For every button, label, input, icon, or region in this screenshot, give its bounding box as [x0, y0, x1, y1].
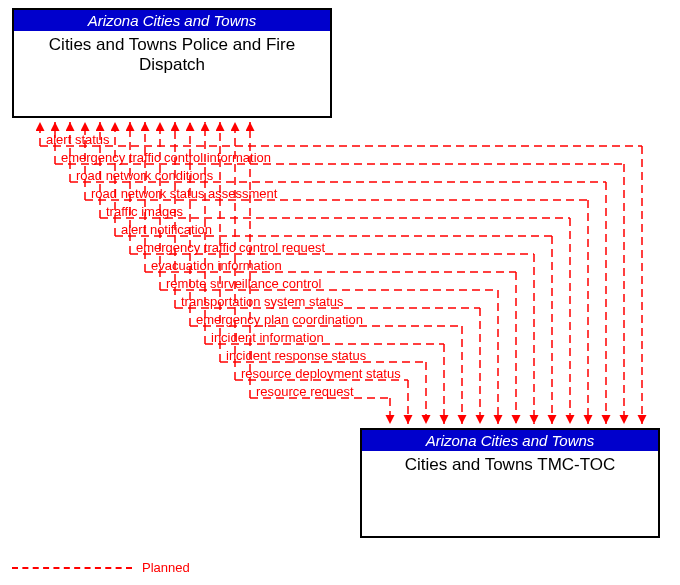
flow-label: resource request: [256, 384, 354, 399]
flow-label: road network conditions: [76, 168, 213, 183]
entity-bottom-header: Arizona Cities and Towns: [362, 430, 658, 451]
flow-label: incident response status: [226, 348, 366, 363]
flow-label: alert notification: [121, 222, 212, 237]
entity-top-header: Arizona Cities and Towns: [14, 10, 330, 31]
flow-label: traffic images: [106, 204, 183, 219]
flow-label: resource deployment status: [241, 366, 401, 381]
flow-label: emergency traffic control request: [136, 240, 325, 255]
legend-line-planned: [12, 567, 132, 569]
flow-label: emergency plan coordination: [196, 312, 363, 327]
flow-label: incident information: [211, 330, 324, 345]
entity-top[interactable]: Arizona Cities and Towns Cities and Town…: [12, 8, 332, 118]
flow-label: remote surveillance control: [166, 276, 321, 291]
flow-label: transportation system status: [181, 294, 344, 309]
entity-top-body: Cities and Towns Police and Fire Dispatc…: [14, 31, 330, 80]
legend: Planned: [12, 560, 190, 575]
entity-bottom-body: Cities and Towns TMC-TOC: [362, 451, 658, 479]
flow-label: evacuation information: [151, 258, 282, 273]
flow-label: road network status assessment: [91, 186, 277, 201]
entity-bottom[interactable]: Arizona Cities and Towns Cities and Town…: [360, 428, 660, 538]
legend-text-planned: Planned: [142, 560, 190, 575]
flow-label: emergency traffic control information: [61, 150, 271, 165]
flow-label: alert status: [46, 132, 110, 147]
